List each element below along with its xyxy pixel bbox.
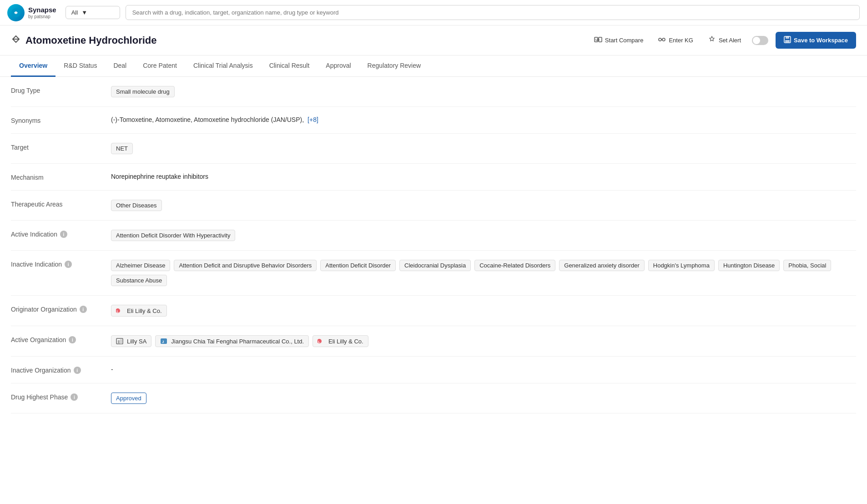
svg-rect-15 [120, 339, 122, 344]
drug-type-tag: Small molecule drug [111, 86, 175, 97]
drug-phase-row: Drug Highest Phase i Approved [11, 383, 856, 413]
inactive-org-info-icon[interactable]: i [74, 367, 81, 374]
target-row: Target NET [11, 134, 856, 164]
save-workspace-button[interactable]: Save to Workspace [776, 32, 856, 49]
inactive-indication-tag: Phobia, Social [783, 260, 831, 271]
tab-approval[interactable]: Approval [318, 55, 359, 77]
overview-content: Drug Type Small molecule drug Synonyms (… [0, 77, 867, 413]
synonyms-more[interactable]: [+8] [307, 116, 318, 123]
toggle-knob [753, 37, 760, 44]
search-dropdown[interactable]: All ▼ [66, 6, 120, 19]
active-indication-tag: Attention Deficit Disorder With Hyperact… [111, 230, 235, 241]
synonyms-row: Synonyms (-)-Tomoxetine, Atomoxetine, At… [11, 107, 856, 134]
drug-phase-info-icon[interactable]: i [71, 393, 78, 401]
svg-point-5 [659, 38, 661, 41]
inactive-indication-tag: Alzheimer Disease [111, 260, 170, 271]
originator-org-row: Originator Organization i L Eli Lilly & … [11, 296, 856, 326]
therapeutic-areas-label: Therapeutic Areas [11, 200, 111, 208]
mechanism-label: Mechanism [11, 173, 111, 181]
inactive-indication-tag: Cleidocranial Dysplasia [399, 260, 471, 271]
inactive-indication-tag: Attention Deficit and Disruptive Behavio… [174, 260, 317, 271]
dropdown-label: All [71, 9, 78, 16]
tab-rd-status[interactable]: R&D Status [55, 55, 105, 77]
drug-header: Atomoxetine Hydrochloride U5 Start Compa… [0, 25, 867, 55]
active-org-tag: L Eli Lilly & Co. [313, 335, 368, 347]
inactive-indication-label: Inactive Indication i [11, 260, 111, 268]
save-workspace-label: Save to Workspace [794, 37, 848, 44]
originator-org-tag: L Eli Lilly & Co. [111, 305, 167, 317]
originator-org-values: L Eli Lilly & Co. [111, 305, 856, 317]
therapeutic-tag: Other Diseases [111, 200, 162, 211]
tabs-bar: Overview R&D Status Deal Core Patent Cli… [0, 55, 867, 77]
top-nav: Synapse by patsnap All ▼ [0, 0, 867, 25]
drug-icon [11, 34, 21, 46]
save-icon [784, 36, 791, 45]
inactive-indication-tag: Hodgkin's Lymphoma [648, 260, 715, 271]
inactive-indication-tag: Cocaine-Related Disorders [474, 260, 555, 271]
search-input[interactable] [126, 5, 860, 20]
inactive-indication-info-icon[interactable]: i [65, 261, 72, 268]
therapeutic-areas-value: Other Diseases [111, 200, 856, 211]
kg-icon [658, 35, 666, 45]
inactive-org-dash: - [111, 366, 113, 373]
tab-regulatory-review[interactable]: Regulatory Review [359, 55, 429, 77]
compare-icon: U5 [594, 35, 602, 45]
tab-deal[interactable]: Deal [105, 55, 135, 77]
active-org-info-icon[interactable]: i [69, 336, 76, 343]
inactive-org-row: Inactive Organization i - [11, 357, 856, 383]
mechanism-value: Norepinephrine reuptake inhibitors [111, 173, 856, 180]
header-actions: U5 Start Compare Enter KG Set Alert Save… [590, 32, 856, 49]
active-indication-info-icon[interactable]: i [60, 231, 67, 238]
active-org-values: Lilly SAJ Jiangsu Chia Tai Fenghai Pharm… [111, 335, 856, 347]
drug-type-value: Small molecule drug [111, 86, 856, 97]
enter-kg-label: Enter KG [669, 37, 693, 44]
originator-org-label: Originator Organization i [11, 305, 111, 313]
target-value: NET [111, 143, 856, 154]
svg-rect-10 [785, 40, 790, 42]
tab-overview[interactable]: Overview [11, 55, 55, 77]
active-org-label: Active Organization i [11, 335, 111, 343]
drug-phase-value: Approved [111, 393, 856, 404]
enter-kg-button[interactable]: Enter KG [654, 34, 696, 47]
inactive-indication-tag: Substance Abuse [111, 275, 167, 286]
logo-area: Synapse by patsnap [7, 4, 56, 21]
chevron-down-icon: ▼ [81, 9, 87, 16]
inactive-org-label: Inactive Organization i [11, 366, 111, 374]
tab-clinical-trial[interactable]: Clinical Trial Analysis [185, 55, 261, 77]
synonyms-value: (-)-Tomoxetine, Atomoxetine, Atomoxetine… [111, 116, 856, 123]
svg-rect-14 [118, 340, 120, 344]
target-label: Target [11, 143, 111, 151]
svg-point-6 [662, 38, 665, 41]
drug-phase-tag: Approved [111, 393, 146, 404]
mechanism-row: Mechanism Norepinephrine reuptake inhibi… [11, 164, 856, 191]
inactive-indication-values: Alzheimer DiseaseAttention Deficit and D… [111, 260, 856, 286]
mechanism-text: Norepinephrine reuptake inhibitors [111, 173, 208, 180]
drug-title-area: Atomoxetine Hydrochloride [11, 34, 156, 46]
logo-title: Synapse [28, 6, 56, 14]
synonyms-text: (-)-Tomoxetine, Atomoxetine, Atomoxetine… [111, 116, 304, 123]
svg-text:U5: U5 [595, 38, 600, 41]
alert-toggle[interactable] [752, 36, 768, 45]
logo-icon [7, 4, 25, 21]
logo-text: Synapse by patsnap [28, 6, 56, 20]
active-org-tag: Lilly SA [111, 335, 151, 347]
alert-icon [708, 35, 716, 45]
svg-text:L: L [117, 310, 119, 313]
active-indication-value: Attention Deficit Disorder With Hyperact… [111, 230, 856, 241]
target-tag: NET [111, 143, 133, 154]
svg-text:L: L [318, 340, 321, 343]
set-alert-label: Set Alert [719, 37, 741, 44]
tab-core-patent[interactable]: Core Patent [135, 55, 185, 77]
synonyms-label: Synonyms [11, 116, 111, 124]
inactive-indication-tag: Generalized anxiety disorder [559, 260, 644, 271]
active-org-tag: J Jiangsu Chia Tai Fenghai Pharmaceutica… [155, 335, 309, 347]
inactive-indication-tag: Attention Deficit Disorder [320, 260, 396, 271]
drug-type-label: Drug Type [11, 86, 111, 94]
start-compare-button[interactable]: U5 Start Compare [590, 34, 647, 47]
start-compare-label: Start Compare [605, 37, 644, 44]
originator-org-info-icon[interactable]: i [80, 306, 87, 313]
tab-clinical-result[interactable]: Clinical Result [261, 55, 318, 77]
inactive-org-value: - [111, 366, 856, 373]
drug-title: Atomoxetine Hydrochloride [25, 35, 156, 46]
set-alert-button[interactable]: Set Alert [704, 34, 745, 47]
